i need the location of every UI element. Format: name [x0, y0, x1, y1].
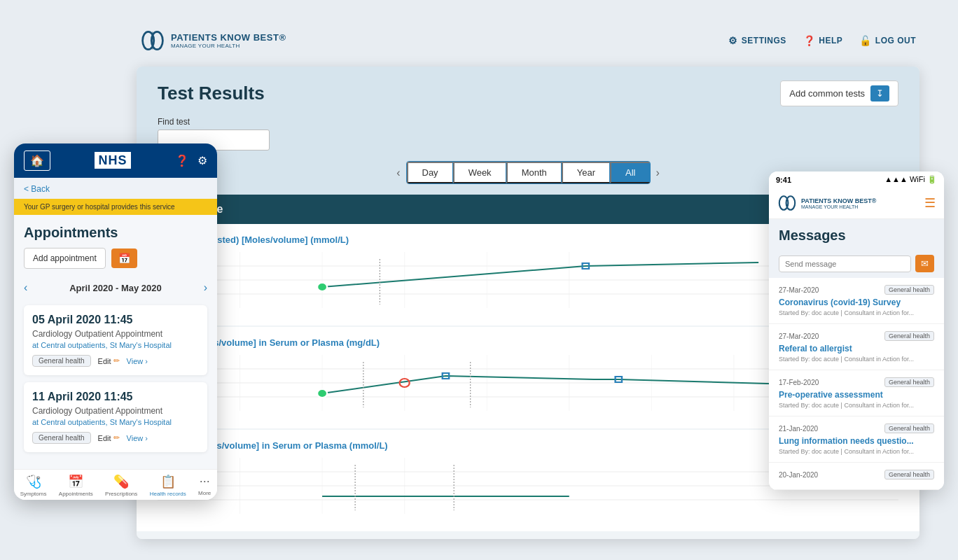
search-bar-area: Find test: [137, 117, 919, 161]
tab-year[interactable]: Year: [562, 162, 610, 183]
send-message-button[interactable]: ✉: [915, 255, 934, 272]
send-message-row: ✉: [769, 249, 944, 278]
logo-tagline: MANAGE YOUR HEALTH: [171, 43, 286, 49]
filter-prev-arrow[interactable]: ‹: [391, 167, 405, 179]
settings-icon: ⚙: [728, 35, 738, 46]
appointment-card-2: 11 April 2020 11:45 Cardiology Outpatien…: [24, 382, 207, 452]
appt-2-edit-button[interactable]: Edit ✏: [98, 433, 120, 442]
message-item-1[interactable]: 27-Mar-2020 General health Referal to al…: [769, 324, 944, 370]
help-link[interactable]: ❓ HELP: [803, 35, 843, 46]
messages-title: Messages: [779, 227, 934, 244]
bottom-nav-symptoms[interactable]: 🩺 Symptoms: [20, 474, 47, 497]
tab-week[interactable]: Week: [453, 162, 506, 183]
msg-logo-brand: PATIENTS KNOW BEST®: [801, 197, 920, 204]
top-navigation: PATIENTS KNOW BEST® MANAGE YOUR HEALTH ⚙…: [140, 28, 916, 53]
msg-meta-4: 20-Jan-2020 General health: [779, 470, 934, 479]
edit-icon-2: ✏: [113, 433, 120, 442]
msg-phone-logo-row: PATIENTS KNOW BEST® MANAGE YOUR HEALTH ☰: [769, 188, 944, 219]
health-records-icon: 📋: [160, 474, 176, 489]
appt-1-datetime: 05 April 2020 11:45: [32, 314, 199, 326]
msg-logo-tagline: MANAGE YOUR HEALTH: [801, 204, 920, 209]
msg-badge-1: General health: [884, 331, 934, 341]
appt-1-view-button[interactable]: View ›: [127, 357, 148, 365]
bottom-nav-prescriptions[interactable]: 💊 Prescriptions: [105, 474, 137, 497]
msg-date-4: 20-Jan-2020: [779, 471, 818, 479]
chevron-right-icon-2: ›: [145, 434, 148, 442]
find-test-label: Find test: [158, 117, 898, 127]
msg-subject-2[interactable]: Pre-operative assessment: [779, 390, 934, 400]
msg-date-3: 21-Jan-2020: [779, 425, 818, 433]
phone-section-title: Appointments: [24, 225, 207, 241]
msg-badge-0: General health: [884, 285, 934, 295]
message-list: 27-Mar-2020 General health Coronavirus (…: [769, 278, 944, 490]
message-item-3[interactable]: 21-Jan-2020 General health Lung informat…: [769, 416, 944, 463]
main-header: Test Results Add common tests ↧: [137, 66, 919, 117]
appt-1-edit-button[interactable]: Edit ✏: [98, 356, 120, 365]
tab-day[interactable]: Day: [407, 162, 453, 183]
appointment-card-1: 05 April 2020 11:45 Cardiology Outpatien…: [24, 305, 207, 375]
bottom-nav-appointments[interactable]: 📅 Appointments: [59, 474, 93, 497]
help-icon: ❓: [803, 35, 816, 46]
msg-time: 9:41: [776, 176, 791, 184]
date-prev-arrow[interactable]: ‹: [24, 281, 27, 294]
add-common-tests-button[interactable]: Add common tests ↧: [780, 80, 898, 106]
msg-date-1: 27-Mar-2020: [779, 332, 819, 340]
edit-icon: ✏: [113, 356, 120, 365]
msg-subject-3[interactable]: Lung information needs questio...: [779, 436, 934, 446]
phone-nav-icons: ❓ ⚙: [175, 154, 207, 167]
message-item-0[interactable]: 27-Mar-2020 General health Coronavirus (…: [769, 278, 944, 324]
logout-icon: 🔓: [859, 35, 872, 46]
msg-status-bar: 9:41 ▲▲▲ WiFi 🔋: [769, 172, 944, 188]
message-item-4[interactable]: 20-Jan-2020 General health: [769, 463, 944, 490]
phone-settings-icon[interactable]: ⚙: [197, 154, 207, 167]
tab-all[interactable]: All: [610, 162, 649, 183]
logo-area: PATIENTS KNOW BEST® MANAGE YOUR HEALTH: [140, 28, 286, 53]
send-message-input[interactable]: [779, 255, 911, 272]
hamburger-menu-icon[interactable]: ☰: [924, 195, 936, 211]
logo-brand: PATIENTS KNOW BEST®: [171, 32, 286, 43]
appt-1-tag: General health: [32, 355, 91, 367]
date-range-text: April 2020 - May 2020: [69, 283, 162, 293]
appt-1-actions: General health Edit ✏ View ›: [32, 355, 199, 367]
phone-help-icon[interactable]: ❓: [175, 154, 189, 167]
message-item-2[interactable]: 17-Feb-2020 General health Pre-operative…: [769, 370, 944, 416]
appointments-icon: 📅: [68, 474, 83, 489]
msg-date-2: 17-Feb-2020: [779, 379, 819, 386]
settings-link[interactable]: ⚙ SETTINGS: [728, 35, 786, 46]
msg-meta-2: 17-Feb-2020 General health: [779, 377, 934, 387]
messages-panel: 9:41 ▲▲▲ WiFi 🔋 PATIENTS KNOW BEST® MANA…: [769, 172, 944, 490]
svg-point-11: [317, 283, 327, 291]
msg-subject-0[interactable]: Coronavirus (covid-19) Survey: [779, 298, 934, 307]
prescriptions-icon: 💊: [113, 474, 129, 489]
filter-tabs: Day Week Month Year All: [406, 161, 651, 184]
tab-month[interactable]: Month: [506, 162, 562, 183]
msg-meta-1: 27-Mar-2020 General health: [779, 331, 934, 341]
nav-links: ⚙ SETTINGS ❓ HELP 🔓 LOG OUT: [728, 35, 916, 46]
home-icon[interactable]: 🏠: [24, 150, 50, 171]
bottom-nav-health-records[interactable]: 📋 Health records: [150, 474, 186, 497]
more-label: More: [198, 490, 211, 496]
filter-next-arrow[interactable]: ›: [651, 167, 665, 179]
msg-badge-3: General health: [884, 424, 934, 433]
logout-link[interactable]: 🔓 LOG OUT: [859, 35, 916, 46]
msg-meta-3: 21-Jan-2020 General health: [779, 424, 934, 433]
symptoms-label: Symptoms: [20, 491, 47, 497]
appt-1-title: Cardiology Outpatient Appointment: [32, 329, 199, 339]
phone-nhs-header: 🏠 NHS ❓ ⚙: [14, 144, 217, 178]
page-title: Test Results: [158, 83, 265, 104]
add-appointment-button[interactable]: Add appointment: [24, 248, 106, 269]
add-appointment-icon[interactable]: 📅: [111, 248, 137, 268]
date-next-arrow[interactable]: ›: [204, 281, 207, 294]
bottom-nav-more[interactable]: ··· More: [198, 474, 211, 497]
phone-back-bar: < Back: [14, 178, 217, 199]
appt-2-datetime: 11 April 2020 11:45: [32, 391, 199, 403]
appt-2-title: Cardiology Outpatient Appointment: [32, 406, 199, 416]
msg-from-2: Started By: doc acute | Consultant in Ac…: [779, 402, 934, 409]
msg-subject-1[interactable]: Referal to allergist: [779, 344, 934, 354]
back-link[interactable]: < Back: [24, 184, 50, 194]
symptoms-icon: 🩺: [26, 474, 41, 489]
chevron-right-icon: ›: [145, 357, 148, 365]
phone-warning-bar: Your GP surgery or hospital provides thi…: [14, 199, 217, 215]
appointments-label: Appointments: [59, 491, 93, 497]
appt-2-view-button[interactable]: View ›: [127, 434, 148, 442]
